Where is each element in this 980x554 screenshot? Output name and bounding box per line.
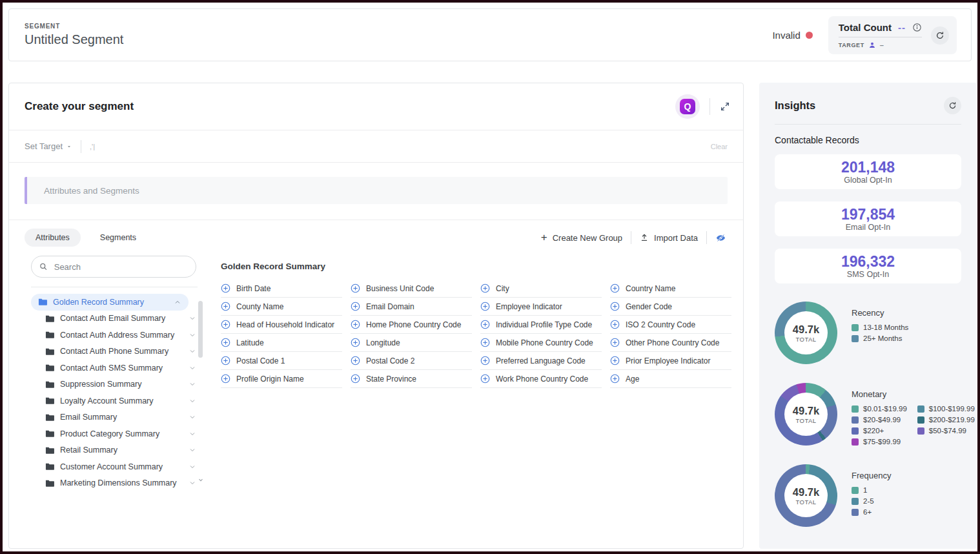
add-attribute-icon[interactable] [480, 283, 490, 293]
tree-item[interactable]: Suppression Summary [45, 376, 196, 393]
tree-item[interactable]: Marketing Dimensions Summary [45, 475, 196, 492]
chevron-down-icon[interactable] [189, 364, 196, 372]
add-attribute-icon[interactable] [221, 320, 230, 329]
attribute-item[interactable]: Head of Household Indicator [221, 316, 342, 334]
add-attribute-icon[interactable] [480, 320, 490, 329]
attribute-item[interactable]: Mobile Phone Country Code [480, 334, 602, 352]
attributes-dropzone[interactable]: Attributes and Segments [25, 177, 728, 204]
assistant-logo-button[interactable]: Q [675, 94, 700, 119]
set-target-dropdown[interactable]: Set Target [25, 141, 72, 151]
add-attribute-icon[interactable] [221, 338, 230, 347]
chevron-down-icon[interactable] [189, 430, 196, 438]
chevron-up-icon[interactable] [174, 298, 181, 306]
attribute-item[interactable]: Latitude [221, 334, 342, 352]
expand-icon[interactable] [720, 101, 730, 112]
stat-card: 196,332SMS Opt-In [775, 249, 961, 283]
attribute-item[interactable]: City [480, 280, 602, 298]
chevron-down-icon[interactable] [189, 331, 196, 339]
attribute-item[interactable]: Employee Indicator [480, 298, 602, 316]
refresh-insights-button[interactable] [944, 97, 961, 114]
tree-item[interactable]: Retail Summary [45, 442, 196, 459]
attribute-item[interactable]: Birth Date [221, 280, 342, 298]
attribute-item[interactable]: Home Phone Country Code [351, 316, 472, 334]
tree-scrollbar-thumb[interactable] [198, 301, 203, 358]
add-attribute-icon[interactable] [610, 338, 620, 347]
add-attribute-icon[interactable] [480, 356, 490, 365]
attribute-item[interactable]: Prior Employee Indicator [610, 352, 731, 370]
attribute-item[interactable]: Profile Origin Name [221, 370, 342, 388]
attribute-item[interactable]: ISO 2 Country Code [610, 316, 731, 334]
tab-segments[interactable]: Segments [94, 229, 143, 247]
create-new-group-button[interactable]: + Create New Group [541, 233, 622, 243]
tree-item-root[interactable]: Golden Record Summary [31, 294, 189, 311]
tree-item[interactable]: Customer Account Summary [45, 458, 196, 475]
attribute-item[interactable]: Age [610, 370, 731, 388]
add-attribute-icon[interactable] [351, 374, 360, 384]
attribute-item[interactable]: State Province [351, 370, 472, 388]
tree-item[interactable]: Product Category Summary [45, 426, 196, 442]
chevron-down-icon[interactable] [189, 463, 196, 471]
attribute-grid: Birth DateCounty NameHead of Household I… [221, 280, 731, 388]
attribute-item[interactable]: Other Phone Country Code [610, 334, 731, 352]
add-attribute-icon[interactable] [610, 283, 620, 293]
stat-value: 201,148 [841, 159, 895, 176]
add-attribute-icon[interactable] [351, 356, 360, 365]
add-attribute-icon[interactable] [351, 283, 360, 293]
refresh-count-button[interactable] [931, 26, 949, 45]
add-attribute-icon[interactable] [221, 356, 230, 365]
tree-item[interactable]: Loyalty Account Summary [45, 393, 196, 409]
donut-total-value: 49.7k [793, 405, 819, 417]
attribute-item[interactable]: Postal Code 2 [351, 352, 472, 370]
import-data-button[interactable]: Import Data [640, 233, 698, 243]
chevron-down-icon[interactable] [189, 479, 196, 487]
attribute-item[interactable]: Business Unit Code [351, 280, 472, 298]
search-box[interactable] [31, 256, 196, 278]
chevron-down-icon[interactable] [189, 347, 196, 355]
tab-attributes[interactable]: Attributes [25, 229, 81, 247]
tree-item[interactable]: Contact Auth Email Summary [45, 311, 196, 327]
add-attribute-icon[interactable] [480, 374, 490, 384]
add-attribute-icon[interactable] [351, 338, 360, 347]
attribute-label: Age [626, 374, 639, 384]
tree-item[interactable]: Contact Auth Phone Summary [45, 344, 196, 360]
attribute-label: City [496, 284, 509, 293]
legend-item: 2-5 [852, 497, 891, 505]
add-attribute-icon[interactable] [480, 338, 490, 347]
tree-item[interactable]: Contact Auth SMS Summary [45, 360, 196, 376]
chevron-down-icon[interactable] [189, 314, 196, 322]
chevron-down-icon[interactable] [189, 413, 196, 421]
add-attribute-icon[interactable] [610, 302, 620, 311]
attribute-item[interactable]: Work Phone Country Code [480, 370, 602, 388]
add-attribute-icon[interactable] [610, 320, 620, 329]
attribute-item[interactable]: Email Domain [351, 298, 472, 316]
chevron-down-icon[interactable] [189, 397, 196, 405]
attribute-item[interactable]: Gender Code [610, 298, 731, 316]
tree-item[interactable]: Email Summary [45, 409, 196, 426]
legend-item: 25+ Months [852, 334, 908, 342]
attribute-item[interactable]: Individual Profile Type Code [480, 316, 602, 334]
add-attribute-icon[interactable] [480, 302, 490, 311]
attribute-item[interactable]: Country Name [610, 280, 731, 298]
search-input[interactable] [53, 262, 188, 272]
add-attribute-icon[interactable] [221, 374, 230, 384]
add-attribute-icon[interactable] [221, 283, 230, 293]
attribute-item[interactable]: Preferred Language Code [480, 352, 602, 370]
chevron-down-icon[interactable] [189, 446, 196, 454]
add-attribute-icon[interactable] [351, 302, 360, 311]
add-attribute-icon[interactable] [351, 320, 360, 329]
chevron-down-icon[interactable] [189, 380, 196, 388]
info-icon[interactable] [912, 23, 922, 32]
add-attribute-icon[interactable] [610, 374, 620, 384]
clear-button[interactable]: Clear [711, 143, 728, 150]
contactable-records-label: Contactable Records [775, 135, 961, 145]
tree-scroll-down-icon[interactable] [198, 474, 204, 486]
add-attribute-icon[interactable] [610, 356, 620, 365]
hide-preview-eye-icon[interactable] [715, 232, 726, 243]
attribute-item[interactable]: Longitude [351, 334, 472, 352]
add-attribute-icon[interactable] [221, 302, 230, 311]
attribute-item[interactable]: Postal Code 1 [221, 352, 342, 370]
segment-title-block: SEGMENT Untitled Segment [25, 23, 123, 47]
tree-item[interactable]: Contact Auth Address Summary [45, 327, 196, 344]
folder-icon [45, 429, 55, 438]
attribute-item[interactable]: County Name [221, 298, 342, 316]
